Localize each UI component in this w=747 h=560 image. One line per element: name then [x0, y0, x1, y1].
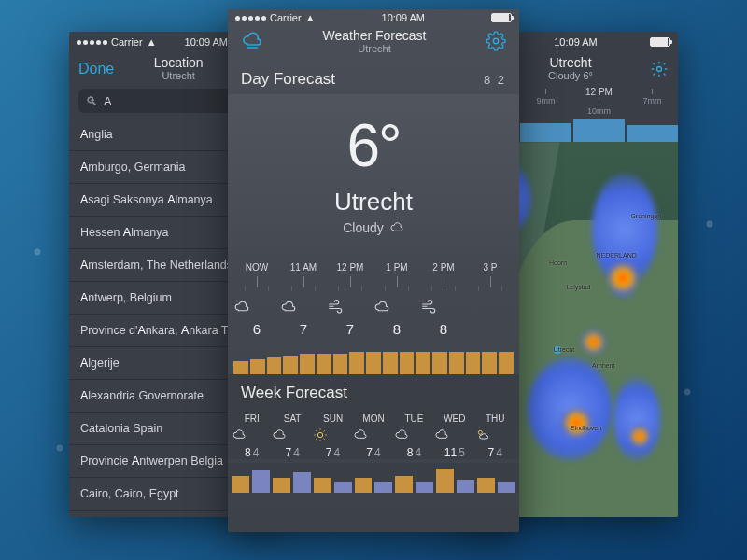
done-button[interactable]: Done [78, 61, 114, 77]
hour-bar [300, 354, 315, 374]
app-header: Weather Forecast Utrecht [228, 26, 519, 61]
current-conditions: 6° Utrecht Cloudy [228, 94, 519, 253]
svg-point-4 [478, 430, 482, 434]
rain-bar [573, 119, 625, 142]
svg-point-0 [656, 66, 661, 71]
search-icon: 🔍︎ [86, 94, 98, 108]
rain-bar [520, 123, 571, 142]
hour-bar [317, 354, 331, 374]
week-bar [252, 470, 270, 493]
wind-icon [327, 299, 374, 315]
map-label: Eindhoven [571, 425, 601, 431]
phone-weather-main: Carrier ▲ 10:09 AM Weather Forecast Utre… [228, 9, 519, 532]
week-day[interactable]: SUN74 [313, 413, 353, 459]
week-day[interactable]: WED115 [434, 413, 474, 459]
cloud-icon [272, 427, 312, 442]
hourly-temp-bars [228, 341, 519, 374]
hour-bar [400, 352, 415, 374]
hour-column[interactable]: NOW6 [233, 262, 280, 337]
week-bars [228, 463, 519, 493]
map-label: Arnhem [592, 362, 615, 369]
map-label: NEDERLAND [597, 252, 637, 259]
week-day[interactable]: MON74 [353, 413, 393, 459]
cloud-icon [389, 220, 404, 235]
status-bar: Carrier ▲ 10:09 AM [228, 9, 519, 26]
week-bar [273, 478, 290, 493]
wind-icon [420, 299, 467, 315]
current-condition: Cloudy [343, 220, 384, 235]
hour-column[interactable]: 1 PM8 [374, 262, 420, 337]
settings-button[interactable] [486, 31, 506, 51]
hour-column[interactable]: 2 PM8 [420, 262, 467, 337]
week-bar [395, 476, 413, 493]
battery-icon [650, 37, 670, 47]
hour-bar [349, 352, 364, 374]
legend-col: 12 PM10mm [573, 87, 625, 116]
hour-bar [267, 357, 282, 374]
app-subtitle: Utrecht [322, 43, 426, 55]
week-bar [314, 478, 331, 493]
clock: 10:09 AM [185, 36, 228, 48]
rain-bar [627, 125, 678, 142]
week-bar [457, 480, 474, 493]
week-day[interactable]: TUE84 [394, 413, 434, 459]
week-day[interactable]: FRI84 [232, 413, 272, 459]
week-forecast[interactable]: FRI84SAT74SUN74MON74TUE84WED115THU74 [228, 408, 519, 459]
day-counter: 8 2 [484, 73, 506, 87]
app-icon[interactable] [241, 30, 263, 52]
cloud-icon [434, 427, 474, 442]
carrier-label: Carrier [270, 12, 302, 23]
header-title: Utrecht [548, 56, 593, 70]
week-day[interactable]: SAT74 [272, 413, 312, 459]
hour-bar [482, 352, 497, 374]
clock: 10:09 AM [554, 36, 597, 48]
legend-col: 9mm [520, 87, 571, 116]
hour-bar [233, 361, 248, 374]
hour-bar [449, 352, 464, 374]
cloud-icon [394, 427, 434, 442]
hour-bar [333, 354, 348, 374]
wifi-icon: ▲ [147, 36, 157, 48]
svg-point-2 [493, 39, 499, 45]
header-subtitle: Cloudy 6° [548, 70, 593, 81]
map-label: Groningen [630, 213, 661, 219]
cloud-icon [233, 299, 280, 315]
map-label: Hoorn [549, 259, 567, 266]
map-label: Lelystad [566, 284, 590, 290]
hour-column[interactable]: 12 PM7 [327, 262, 374, 337]
week-bar [498, 482, 515, 493]
week-bar [416, 482, 433, 493]
hour-bar [416, 352, 430, 374]
day-forecast-header: Day Forecast 8 2 [228, 61, 519, 94]
cloud-icon [353, 427, 393, 442]
hour-bar [283, 356, 298, 374]
week-bar [293, 472, 311, 493]
week-day[interactable]: THU74 [475, 413, 515, 459]
current-temp: 6° [228, 111, 519, 180]
svg-point-3 [317, 432, 322, 437]
cloud-icon [232, 427, 272, 442]
hour-column[interactable]: 3 P [467, 262, 514, 337]
nav-title: Location [154, 56, 204, 70]
hourly-forecast[interactable]: NOW611 AM712 PM71 PM82 PM83 P [228, 253, 519, 337]
cloud-icon [374, 299, 420, 315]
legend-col: 7mm [627, 87, 678, 116]
cloud-icon [280, 299, 327, 315]
week-bar [232, 476, 249, 493]
week-bar [334, 482, 352, 493]
hour-bar [366, 352, 381, 374]
week-bar [436, 469, 454, 493]
sun-icon [313, 427, 353, 442]
settings-button[interactable] [650, 60, 669, 78]
week-bar [374, 482, 392, 493]
hour-bar [432, 352, 447, 374]
week-bar [477, 478, 495, 493]
week-bar [355, 478, 373, 493]
clock: 10:09 AM [382, 12, 425, 23]
hour-bar [250, 359, 265, 374]
hour-column[interactable]: 11 AM7 [280, 262, 327, 337]
wifi-icon: ▲ [305, 12, 316, 23]
nav-subtitle: Utrecht [154, 70, 204, 81]
week-forecast-label: Week Forecast [228, 374, 519, 408]
hour-bar [466, 352, 481, 374]
